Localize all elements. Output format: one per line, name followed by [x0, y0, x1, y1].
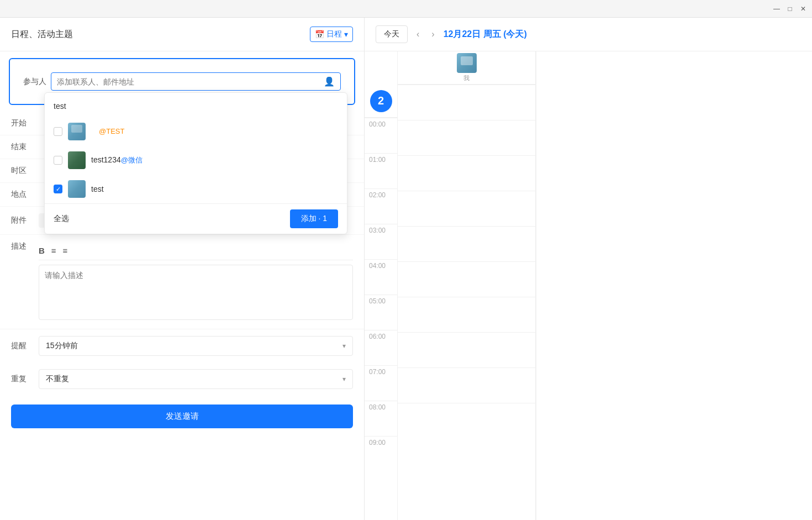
time-column: 2 00:00 01:00 02:00 03:00 04:00 05:00 06… [365, 51, 398, 520]
reminder-chevron-icon: ▾ [342, 342, 346, 350]
time-slot-0600: 06:00 [365, 330, 397, 365]
hour-row-0300 [398, 191, 535, 226]
close-button[interactable]: ✕ [799, 4, 808, 13]
add-person-icon[interactable]: 👤 [324, 76, 335, 87]
repeat-chevron-icon: ▾ [342, 375, 346, 383]
location-label: 地点 [11, 190, 39, 199]
hour-row-0900 [398, 403, 535, 438]
right-panel: 今天 ‹ › 12月22日 周五 (今天) 2 00:00 01:00 02:0… [365, 18, 812, 520]
repeat-select[interactable]: 不重复 ▾ [39, 369, 353, 389]
repeat-label: 重复 [11, 374, 39, 384]
left-header: 日程、活动主题 📅 日程 ▾ [0, 18, 364, 51]
calendar-icon: 📅 [315, 30, 324, 39]
hour-row-0600 [398, 297, 535, 332]
app-body: 日程、活动主题 📅 日程 ▾ 参与人 👤 test [0, 18, 812, 520]
participants-input[interactable] [57, 77, 324, 86]
dropdown-search-term: test [45, 99, 347, 117]
avatar [68, 180, 86, 198]
calendar-header: 今天 ‹ › 12月22日 周五 (今天) [365, 18, 812, 51]
time-slot-0300: 03:00 [365, 224, 397, 259]
user-avatar [457, 53, 477, 73]
checkbox-item-1[interactable] [54, 127, 62, 136]
description-row: 描述 B ≡ ≡ [0, 235, 364, 329]
time-slot-0200: 02:00 [365, 188, 397, 224]
time-slot-0800: 08:00 [365, 401, 397, 436]
left-panel: 日程、活动主题 📅 日程 ▾ 参与人 👤 test [0, 18, 365, 520]
timezone-label: 时区 [11, 166, 39, 176]
time-slot-0000: 00:00 [365, 118, 397, 153]
end-label: 结束 [11, 142, 39, 152]
window-controls: — □ ✕ [772, 4, 808, 13]
participants-input-wrapper[interactable]: 👤 [51, 72, 341, 91]
ordered-list-button[interactable]: ≡ [51, 246, 56, 255]
form-area: 参与人 👤 test @TEST [0, 51, 364, 520]
hour-row-0500 [398, 261, 535, 297]
calendar-title: 12月22日 周五 (今天) [444, 29, 527, 40]
day-column: 我 [398, 51, 536, 520]
reminder-value: 15分钟前 [46, 341, 78, 351]
dropdown-panel: test @TEST test1234@微信 [44, 92, 347, 234]
list-item[interactable]: @TEST [45, 117, 347, 146]
select-all-button[interactable]: 全选 [54, 214, 69, 224]
next-nav-button[interactable]: › [428, 27, 437, 41]
title-bar: — □ ✕ [0, 0, 812, 18]
contact-sub: @微信 [121, 156, 143, 164]
page-title: 日程、活动主题 [11, 29, 73, 40]
contact-tag: @TEST [99, 127, 124, 135]
avatar [68, 151, 86, 169]
hour-row-0200 [398, 155, 535, 191]
schedule-chevron-icon: ▾ [344, 30, 348, 39]
description-input[interactable] [39, 265, 353, 320]
day-number: 2 [370, 90, 392, 112]
today-button[interactable]: 今天 [376, 25, 408, 43]
contact-name-2: test1234@微信 [91, 155, 338, 165]
time-slot-0400: 04:00 [365, 259, 397, 295]
schedule-btn-label: 日程 [326, 29, 342, 39]
maximize-button[interactable]: □ [785, 4, 794, 13]
description-content: B ≡ ≡ [39, 241, 353, 322]
list-item[interactable]: test [45, 175, 347, 203]
hour-row-0400 [398, 226, 535, 261]
checkbox-item-3[interactable] [54, 185, 62, 193]
bold-button[interactable]: B [39, 246, 45, 255]
unordered-list-button[interactable]: ≡ [63, 246, 68, 255]
empty-columns [536, 51, 812, 520]
hour-row-0000 [398, 85, 535, 120]
day-number-cell: 2 [365, 85, 397, 118]
send-invite-button[interactable]: 发送邀请 [11, 405, 353, 428]
reminder-row: 提醒 15分钟前 ▾ [0, 329, 364, 363]
attachment-label: 附件 [11, 216, 39, 225]
list-item[interactable]: test1234@微信 [45, 146, 347, 175]
participants-section: 参与人 👤 test @TEST [9, 58, 355, 105]
minimize-button[interactable]: — [772, 4, 781, 13]
repeat-row: 重复 不重复 ▾ [0, 363, 364, 396]
schedule-button[interactable]: 📅 日程 ▾ [310, 27, 353, 42]
dropdown-footer: 全选 添加 · 1 [45, 203, 347, 234]
avatar [68, 123, 86, 140]
hour-row-0700 [398, 332, 535, 367]
start-label: 开始 [11, 118, 39, 128]
contact-name-3: test [91, 185, 338, 193]
calendar-grid: 2 00:00 01:00 02:00 03:00 04:00 05:00 06… [365, 51, 812, 520]
hour-row-0800 [398, 367, 535, 403]
description-toolbar: B ≡ ≡ [39, 241, 353, 260]
time-slot-0500: 05:00 [365, 295, 397, 330]
time-slot-0900: 09:00 [365, 436, 397, 471]
time-slot-0700: 07:00 [365, 365, 397, 401]
hour-row-0100 [398, 120, 535, 155]
add-selected-button[interactable]: 添加 · 1 [290, 209, 338, 228]
reminder-select[interactable]: 15分钟前 ▾ [39, 336, 353, 356]
time-slot-0100: 01:00 [365, 153, 397, 188]
participants-label: 参与人 [23, 77, 51, 87]
day-header: 我 [398, 51, 535, 85]
reminder-label: 提醒 [11, 341, 39, 351]
repeat-value: 不重复 [46, 374, 69, 384]
prev-nav-button[interactable]: ‹ [413, 27, 423, 41]
day-label: 我 [463, 74, 470, 82]
description-label: 描述 [11, 241, 39, 251]
checkbox-item-2[interactable] [54, 156, 62, 165]
contact-name-1: @TEST [91, 127, 338, 136]
day-body[interactable] [398, 85, 535, 520]
